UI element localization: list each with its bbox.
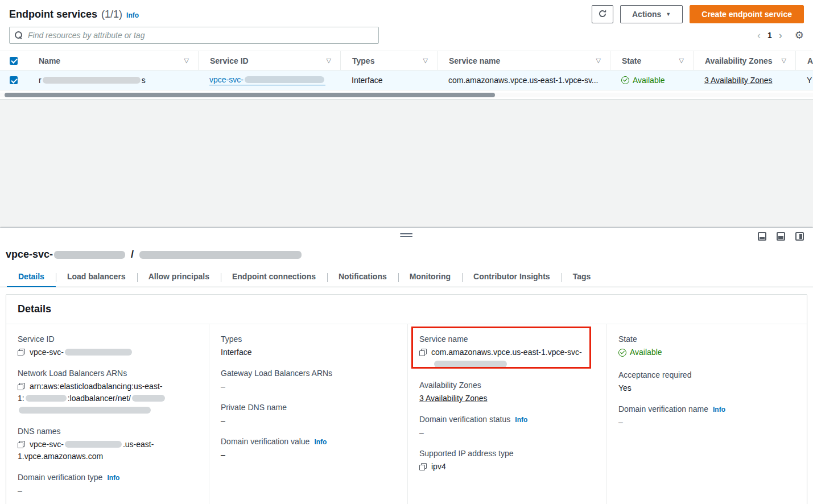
- field-domain-verification-type: Domain verification typeInfo –: [18, 473, 197, 497]
- panel-position-bottom-icon[interactable]: [758, 232, 766, 241]
- column-label: Types: [352, 56, 374, 65]
- field-value: arn:aws:elasticloadbalancing:us-east-: [30, 382, 162, 391]
- copy-icon[interactable]: [419, 463, 427, 470]
- column-label: State: [622, 56, 641, 65]
- redacted-text: [245, 76, 324, 83]
- field-label: Availability Zones: [419, 381, 481, 390]
- filter-icon[interactable]: ▽: [679, 57, 684, 64]
- name-fragment: r: [39, 76, 42, 85]
- field-value: Interface: [221, 346, 396, 358]
- header-actions: Actions ▼ Create endpoint service: [592, 5, 804, 23]
- tab-tags[interactable]: Tags: [562, 268, 602, 287]
- column-header-service-name[interactable]: Service name▽: [437, 51, 610, 70]
- field-value: 1:: [18, 394, 24, 403]
- column-label: Name: [39, 56, 60, 65]
- field-label: Service ID: [18, 334, 55, 344]
- column-header-name[interactable]: Name▽: [27, 51, 198, 70]
- row-select-cell: [0, 71, 27, 90]
- field-label: DNS names: [18, 427, 60, 436]
- field-value: –: [18, 485, 197, 497]
- tab-monitoring[interactable]: Monitoring: [398, 268, 462, 287]
- search-icon: [15, 31, 23, 39]
- filter-icon[interactable]: ▽: [596, 57, 601, 64]
- endpoint-services-table: Name▽ Service ID▽ Types▽ Service name▽ S…: [0, 51, 813, 100]
- tab-notifications[interactable]: Notifications: [327, 268, 398, 287]
- select-all-checkbox[interactable]: [10, 57, 18, 65]
- filter-icon[interactable]: ▽: [423, 57, 428, 64]
- filter-icon[interactable]: ▽: [184, 57, 189, 64]
- copy-icon[interactable]: [18, 383, 25, 390]
- row-acceptance-cell: Y: [795, 71, 813, 90]
- tab-load-balancers[interactable]: Load balancers: [56, 268, 137, 287]
- panel-position-side-icon[interactable]: [795, 232, 804, 241]
- copy-icon[interactable]: [18, 441, 25, 448]
- tab-endpoint-connections[interactable]: Endpoint connections: [221, 268, 327, 287]
- tab-contributor-insights[interactable]: Contributor Insights: [462, 268, 562, 287]
- status-available-badge: Available: [618, 346, 662, 358]
- tab-details[interactable]: Details: [7, 268, 56, 287]
- filter-icon[interactable]: ▽: [327, 57, 331, 64]
- caret-down-icon: ▼: [666, 12, 671, 17]
- field-value: ipv4: [431, 462, 446, 471]
- field-state: State Available: [618, 334, 795, 360]
- copy-icon[interactable]: [419, 349, 427, 356]
- page-header: Endpoint services (1/1) Info Actions ▼ C…: [0, 0, 813, 26]
- preferences-gear-icon[interactable]: ⚙: [795, 29, 804, 42]
- field-value: vpce-svc-: [30, 440, 64, 449]
- scrollbar-thumb[interactable]: [5, 93, 495, 97]
- endpoint-services-list-pane: Endpoint services (1/1) Info Actions ▼ C…: [0, 0, 813, 100]
- refresh-button[interactable]: [592, 5, 613, 23]
- field-label: Domain verification name: [618, 404, 708, 414]
- status-available-badge: Available: [621, 76, 665, 85]
- availability-zones-link[interactable]: 3 Availability Zones: [419, 394, 488, 403]
- actions-button[interactable]: Actions ▼: [620, 5, 683, 23]
- field-value: 1.vpce.amazonaws.com: [18, 452, 103, 461]
- info-link[interactable]: Info: [713, 406, 725, 414]
- panel-position-split-icon[interactable]: [777, 232, 785, 241]
- redacted-text: [54, 251, 125, 259]
- column-header-availability-zones[interactable]: Availability Zones▽: [693, 51, 795, 70]
- field-label: State: [618, 334, 637, 344]
- field-value: :loadbalancer/net/: [68, 394, 131, 403]
- search-box: [9, 27, 379, 44]
- aws-console-screen: Endpoint services (1/1) Info Actions ▼ C…: [0, 0, 813, 504]
- split-panel-drag-handle[interactable]: [400, 233, 412, 237]
- field-supported-ip-address-type: Supported IP address type ipv4: [419, 449, 595, 473]
- page-title-group: Endpoint services (1/1) Info: [9, 9, 139, 20]
- filter-icon[interactable]: ▽: [782, 57, 786, 64]
- info-link[interactable]: Info: [515, 416, 527, 424]
- check-circle-icon: [621, 76, 629, 84]
- current-page[interactable]: 1: [767, 31, 772, 40]
- panel-title-prefix: vpce-svc-: [6, 249, 53, 261]
- info-link[interactable]: Info: [107, 474, 119, 482]
- page-title: Endpoint services: [9, 9, 97, 20]
- column-header-types[interactable]: Types▽: [340, 51, 437, 70]
- field-value: –: [419, 427, 595, 439]
- header-info-link[interactable]: Info: [126, 11, 139, 19]
- column-label: Service ID: [210, 56, 249, 65]
- info-link[interactable]: Info: [314, 438, 327, 446]
- row-state-cell: Available: [610, 71, 693, 90]
- tab-allow-principals[interactable]: Allow principals: [137, 268, 221, 287]
- previous-page-button[interactable]: ‹: [757, 30, 761, 42]
- horizontal-scrollbar: [0, 90, 813, 100]
- create-endpoint-service-label: Create endpoint service: [701, 10, 792, 19]
- copy-icon[interactable]: [18, 349, 25, 356]
- detail-tabs: Details Load balancers Allow principals …: [0, 268, 813, 287]
- column-header-acceptance[interactable]: A: [795, 51, 813, 70]
- row-checkbox[interactable]: [10, 76, 18, 84]
- availability-zones-link[interactable]: 3 Availability Zones: [704, 76, 773, 85]
- search-input[interactable]: [9, 27, 379, 44]
- row-types-cell: Interface: [340, 71, 437, 90]
- field-value: .us-east-: [123, 440, 154, 449]
- table-row[interactable]: rs vpce-svc- Interface com.amazonaws.vpc…: [0, 71, 813, 90]
- row-availability-zones-cell: 3 Availability Zones: [693, 71, 795, 90]
- row-name-cell: rs: [27, 71, 198, 90]
- field-acceptance-required: Acceptance required Yes: [618, 370, 795, 394]
- service-id-link[interactable]: vpce-svc-: [209, 75, 325, 85]
- field-availability-zones: Availability Zones 3 Availability Zones: [419, 381, 595, 404]
- column-header-service-id[interactable]: Service ID▽: [198, 51, 340, 70]
- create-endpoint-service-button[interactable]: Create endpoint service: [690, 5, 804, 23]
- next-page-button[interactable]: ›: [779, 30, 782, 42]
- column-header-state[interactable]: State▽: [610, 51, 693, 70]
